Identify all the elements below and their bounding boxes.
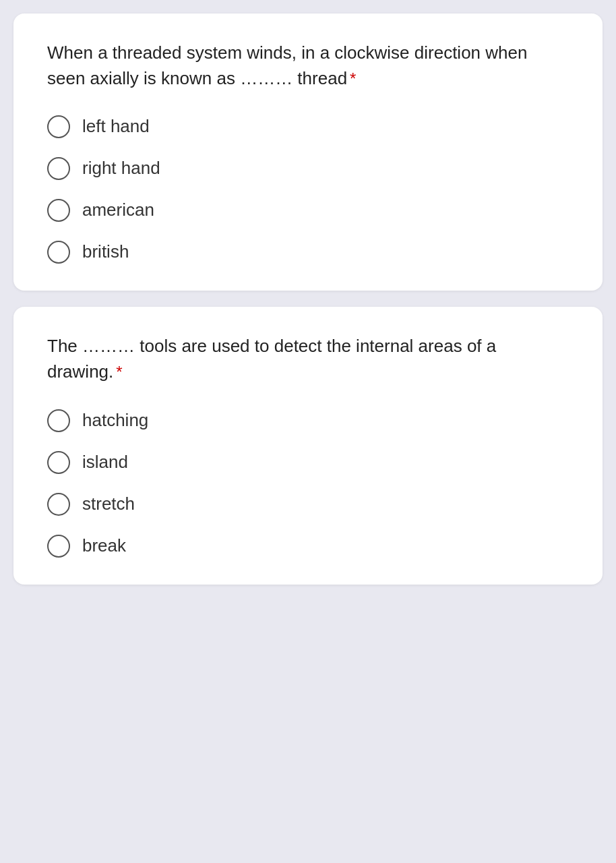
question-2-option-4[interactable]: break — [47, 535, 569, 558]
question-1-option-2[interactable]: right hand — [47, 157, 569, 180]
radio-button-q2-3[interactable] — [47, 493, 70, 516]
question-1-option-3[interactable]: american — [47, 199, 569, 222]
question-2-required: * — [116, 363, 122, 381]
question-2-body: The ……… tools are used to detect the int… — [47, 336, 496, 382]
radio-button-q1-2[interactable] — [47, 157, 70, 180]
question-2-option-1[interactable]: hatching — [47, 409, 569, 432]
option-label-q1-3: american — [82, 199, 154, 222]
option-label-q2-4: break — [82, 535, 126, 558]
radio-button-q2-2[interactable] — [47, 451, 70, 474]
question-1-options: left hand right hand american british — [47, 115, 569, 264]
question-1-body: When a threaded system winds, in a clock… — [47, 42, 527, 88]
radio-button-q1-4[interactable] — [47, 241, 70, 264]
question-1-option-1[interactable]: left hand — [47, 115, 569, 138]
option-label-q2-1: hatching — [82, 409, 148, 432]
question-1-required: * — [350, 69, 356, 88]
option-label-q2-2: island — [82, 451, 128, 474]
question-2-options: hatching island stretch break — [47, 409, 569, 558]
question-2-card: The ……… tools are used to detect the int… — [13, 307, 603, 584]
question-2-option-2[interactable]: island — [47, 451, 569, 474]
question-1-card: When a threaded system winds, in a clock… — [13, 13, 603, 291]
option-label-q1-2: right hand — [82, 157, 160, 180]
radio-button-q2-4[interactable] — [47, 535, 70, 558]
option-label-q1-4: british — [82, 241, 129, 264]
question-2-option-3[interactable]: stretch — [47, 493, 569, 516]
option-label-q1-1: left hand — [82, 115, 150, 138]
radio-button-q1-3[interactable] — [47, 199, 70, 222]
question-1-text: When a threaded system winds, in a clock… — [47, 40, 569, 91]
option-label-q2-3: stretch — [82, 493, 135, 516]
question-2-text: The ……… tools are used to detect the int… — [47, 334, 569, 384]
question-1-option-4[interactable]: british — [47, 241, 569, 264]
radio-button-q2-1[interactable] — [47, 409, 70, 432]
radio-button-q1-1[interactable] — [47, 115, 70, 138]
